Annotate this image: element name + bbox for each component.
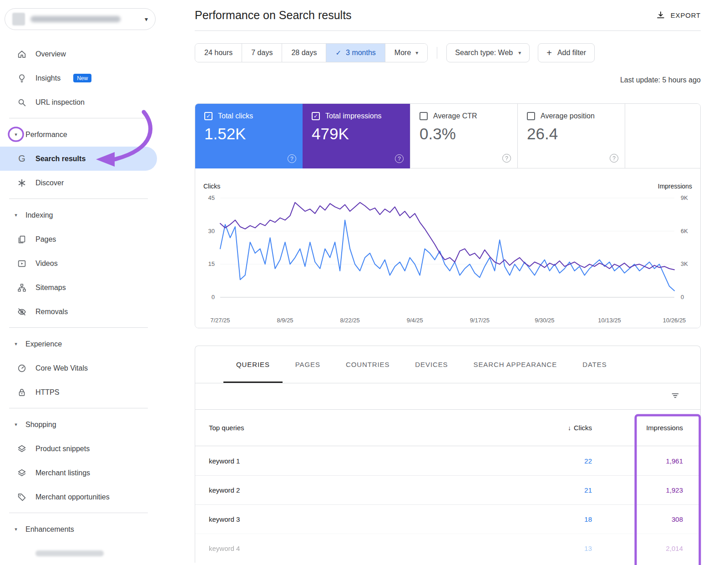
column-header-impressions[interactable]: Impressions [592, 424, 683, 432]
query-cell: keyword 1 [209, 457, 524, 465]
sidebar-item-label: Search results [35, 155, 86, 163]
sidebar-item-videos[interactable]: Videos [0, 251, 157, 275]
page-header: Performance on Search results EXPORT [195, 0, 701, 31]
sidebar-item-merchant-opportunities[interactable]: Merchant opportunities [0, 485, 157, 509]
sidebar-item-sitemaps[interactable]: Sitemaps [0, 275, 157, 300]
download-icon [655, 10, 666, 21]
sidebar-item-url-inspection[interactable]: URL inspection [0, 90, 157, 114]
help-icon[interactable]: ? [288, 154, 296, 163]
sidebar-item-search-results[interactable]: G Search results [0, 147, 157, 171]
plus-icon: + [546, 48, 552, 58]
metric-row-filler [625, 104, 700, 168]
svg-text:9/4/25: 9/4/25 [407, 317, 423, 324]
sidebar-item-label: Product snippets [35, 445, 90, 453]
tab-countries[interactable]: COUNTRIES [333, 346, 402, 383]
table-row[interactable]: keyword 2 21 1,923 [195, 475, 700, 504]
svg-text:8/22/25: 8/22/25 [340, 317, 359, 324]
sidebar-section-enhancements[interactable]: ▾ Enhancements [0, 517, 157, 541]
tab-search-appearance[interactable]: SEARCH APPEARANCE [461, 346, 570, 383]
metric-cards-row: ✓ Total clicks 1.52K ? ✓ Total impressio… [195, 104, 700, 168]
sidebar-item-core-web-vitals[interactable]: Core Web Vitals [0, 356, 157, 380]
metric-label: Average position [541, 112, 595, 120]
range-more-chip[interactable]: More ▾ [385, 44, 427, 62]
tab-queries[interactable]: QUERIES [223, 346, 283, 383]
discover-asterisk-icon [16, 178, 27, 188]
gauge-icon [16, 363, 27, 374]
svg-text:15: 15 [208, 260, 214, 267]
help-icon[interactable]: ? [395, 154, 404, 163]
property-selector[interactable]: ▾ [5, 8, 156, 30]
sidebar-item-product-snippets[interactable]: Product snippets [0, 437, 157, 461]
checkbox-unchecked-icon[interactable] [527, 112, 535, 120]
checkbox-checked-icon[interactable]: ✓ [204, 112, 212, 120]
sidebar-section-performance[interactable]: ▾ Performance [0, 122, 157, 147]
sidebar-item-label: Core Web Vitals [35, 364, 88, 372]
range-3-months-chip[interactable]: ✓ 3 months [326, 44, 384, 62]
svg-text:Clicks: Clicks [203, 183, 220, 190]
tab-devices[interactable]: DEVICES [402, 346, 460, 383]
help-icon[interactable]: ? [610, 154, 618, 163]
range-28-days-chip[interactable]: 28 days [282, 44, 326, 62]
checkbox-unchecked-icon[interactable] [420, 112, 428, 120]
checkbox-checked-icon[interactable]: ✓ [312, 112, 320, 120]
section-label: Experience [25, 340, 62, 348]
clicks-cell: 18 [524, 515, 592, 523]
sidebar-section-experience[interactable]: ▾ Experience [0, 332, 157, 356]
queries-table-card: QUERIES PAGES COUNTRIES DEVICES SEARCH A… [195, 346, 701, 563]
sidebar-item-removals[interactable]: Removals [0, 300, 157, 324]
svg-text:8/9/25: 8/9/25 [277, 317, 293, 324]
section-label: Indexing [25, 211, 53, 219]
metric-label: Total impressions [325, 112, 382, 120]
impressions-cell: 1,961 [592, 457, 683, 465]
tab-dates[interactable]: DATES [570, 346, 619, 383]
total-impressions-card[interactable]: ✓ Total impressions 479K ? [303, 104, 410, 168]
average-ctr-card[interactable]: Average CTR 0.3% ? [410, 104, 517, 168]
svg-text:9/17/25: 9/17/25 [470, 317, 490, 324]
average-position-card[interactable]: Average position 26.4 ? [517, 104, 625, 168]
sidebar-item-https[interactable]: HTTPS [0, 380, 157, 404]
tab-pages[interactable]: PAGES [283, 346, 333, 383]
check-icon: ✓ [335, 49, 341, 57]
svg-text:10/26/25: 10/26/25 [663, 317, 686, 324]
sidebar-item-overview[interactable]: Overview [0, 42, 157, 66]
sidebar-item-insights[interactable]: Insights New [0, 66, 157, 90]
help-icon[interactable]: ? [502, 154, 511, 163]
sidebar-item-pages[interactable]: Pages [0, 227, 157, 251]
filter-icon[interactable] [670, 391, 680, 402]
sidebar-divider [9, 199, 148, 199]
export-button[interactable]: EXPORT [655, 10, 701, 21]
sidebar-item-merchant-listings[interactable]: Merchant listings [0, 461, 157, 485]
chip-label: 7 days [251, 49, 273, 57]
app-root: ▾ Overview Insights New URL insp [0, 0, 728, 565]
range-7-days-chip[interactable]: 7 days [242, 44, 282, 62]
sidebar-item-label: Videos [35, 260, 58, 268]
add-filter-chip[interactable]: + Add filter [538, 43, 595, 62]
sidebar-section-shopping[interactable]: ▾ Shopping [0, 412, 157, 437]
chip-label: Add filter [557, 49, 586, 57]
sidebar-item-discover[interactable]: Discover [0, 171, 157, 195]
svg-text:45: 45 [208, 194, 214, 201]
metric-label: Total clicks [218, 112, 253, 120]
total-clicks-card[interactable]: ✓ Total clicks 1.52K ? [195, 104, 303, 168]
sort-arrow-icon: ↓ [568, 424, 571, 432]
sidebar-item-label: Merchant opportunities [35, 493, 110, 501]
svg-text:3K: 3K [681, 260, 688, 267]
metric-value: 479K [312, 125, 401, 143]
sidebar-item-partial-cutoff[interactable] [0, 541, 157, 565]
export-label: EXPORT [671, 11, 701, 19]
svg-text:Impressions: Impressions [658, 183, 692, 190]
home-icon [16, 49, 27, 60]
sidebar-divider [9, 327, 148, 328]
search-type-chip[interactable]: Search type: Web ▾ [446, 43, 530, 62]
sidebar: ▾ Overview Insights New URL insp [0, 0, 157, 565]
svg-text:10/13/25: 10/13/25 [598, 317, 621, 324]
chip-label: More [394, 49, 411, 57]
sidebar-item-label: Insights [35, 74, 61, 82]
range-24-hours-chip[interactable]: 24 hours [195, 44, 242, 62]
table-row[interactable]: keyword 3 18 308 [195, 504, 700, 534]
table-row[interactable]: keyword 4 13 2,014 [195, 534, 700, 563]
table-row[interactable]: keyword 1 22 1,961 [195, 446, 700, 475]
sidebar-section-indexing[interactable]: ▾ Indexing [0, 203, 157, 227]
column-header-clicks[interactable]: ↓Clicks [524, 424, 592, 432]
layers-icon [16, 468, 27, 478]
